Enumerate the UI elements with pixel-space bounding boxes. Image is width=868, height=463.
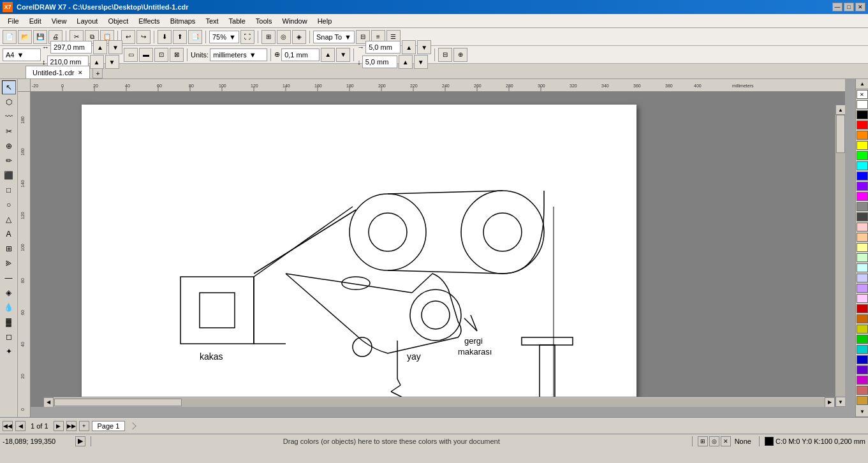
color-swatch-26[interactable] (857, 365, 868, 374)
page-width-input[interactable]: 297,0 mm (50, 41, 92, 54)
fill-tool-btn[interactable]: ▓ (2, 315, 16, 329)
dup-x-up-btn[interactable]: ▲ (402, 40, 416, 54)
color-swatch-17[interactable] (857, 274, 868, 283)
snap-settings-btn[interactable]: ⊟ (438, 48, 452, 62)
next-page-btn[interactable]: ▶ (54, 421, 64, 431)
drawing-canvas[interactable]: kakas yay (31, 92, 845, 407)
color-swatch-27[interactable] (857, 376, 868, 385)
color-swatch-10[interactable] (857, 202, 868, 211)
dup-y-input[interactable]: 5,0 mm (362, 55, 397, 68)
color-swatch-19[interactable] (857, 294, 868, 303)
minimize-button[interactable]: — (832, 3, 842, 11)
connector-tool-btn[interactable]: — (2, 271, 16, 285)
table-tool-btn[interactable]: ⊞ (2, 242, 16, 256)
color-swatch-24[interactable] (857, 345, 868, 354)
color-swatch-23[interactable] (857, 335, 868, 344)
tab-untitled1[interactable]: Untitled-1.cdr ✕ (26, 66, 90, 78)
outline-tool-btn[interactable]: ◻ (2, 330, 16, 344)
first-page-btn[interactable]: ◀◀ (3, 421, 13, 431)
dup-x-input[interactable]: 5,0 mm (365, 41, 401, 54)
view-options3[interactable]: ◈ (292, 30, 306, 44)
scroll-right-btn[interactable]: ▶ (825, 397, 835, 408)
view-options1[interactable]: ⊞ (261, 30, 276, 44)
dimension-tool-btn[interactable]: ⫸ (2, 256, 16, 270)
color-swatch-7[interactable] (857, 172, 868, 180)
color-swatch-12[interactable] (857, 223, 868, 231)
scroll-up-btn[interactable]: ▲ (835, 105, 845, 115)
select-tool-btn[interactable]: ↖ (2, 80, 16, 94)
status-icon1[interactable]: ⊞ (698, 436, 708, 446)
new-button[interactable]: 📄 (3, 30, 17, 44)
shape-tool-btn[interactable]: ⬡ (2, 95, 16, 109)
close-button[interactable]: ✕ (855, 3, 865, 11)
last-page-btn[interactable]: ▶▶ (66, 421, 77, 431)
view-options2[interactable]: ◎ (277, 30, 291, 44)
portrait-btn[interactable]: ▭ (124, 48, 138, 62)
record-btn[interactable]: ▶ (75, 436, 85, 446)
snap-to-dropdown[interactable]: Snap To ▼ (313, 31, 355, 43)
menu-view[interactable]: View (47, 16, 72, 26)
scroll-track-vertical[interactable] (835, 115, 845, 397)
color-swatch-11[interactable] (857, 212, 868, 221)
color-swatch-29[interactable] (857, 396, 868, 405)
export-button[interactable]: ⬆ (173, 30, 187, 44)
right-scrollbar[interactable]: ▲ ▼ (835, 105, 845, 407)
zoom-dropdown[interactable]: 75% ▼ (209, 31, 239, 43)
menu-tools[interactable]: Tools (251, 16, 277, 26)
menu-edit[interactable]: Edit (24, 16, 47, 26)
status-icon2[interactable]: ◎ (709, 436, 719, 446)
color-swatch-8[interactable] (857, 182, 868, 191)
color-swatch-25[interactable] (857, 355, 868, 364)
text-tool-btn[interactable]: A (2, 227, 16, 241)
color-swatch-16[interactable] (857, 263, 868, 272)
nudge-dn-btn[interactable]: ▼ (336, 48, 350, 62)
menu-help[interactable]: Help (313, 16, 337, 26)
canvas-area[interactable]: -20 0 20 40 60 80 100 120 140 160 180 20… (18, 79, 855, 417)
scroll-down-btn[interactable]: ▼ (835, 397, 845, 407)
smear-tool-btn[interactable]: 〰 (2, 110, 16, 124)
menu-table[interactable]: Table (224, 16, 251, 26)
menu-file[interactable]: File (3, 16, 24, 26)
ellipse-tool-btn[interactable]: ○ (2, 198, 16, 212)
scroll-thumb-horizontal[interactable] (54, 399, 182, 406)
dup-y-dn-btn[interactable]: ▼ (414, 55, 428, 69)
menu-object[interactable]: Object (103, 16, 133, 26)
smart-drawing-btn[interactable]: ✦ (2, 344, 16, 358)
width-up-btn[interactable]: ▲ (93, 40, 107, 54)
prev-page-btn[interactable]: ◀ (15, 421, 26, 431)
freehand-tool-btn[interactable]: ✏ (2, 154, 16, 168)
menu-bitmaps[interactable]: Bitmaps (165, 16, 201, 26)
color-swatch-3[interactable] (857, 131, 868, 140)
dup-x-dn-btn[interactable]: ▼ (417, 40, 431, 54)
color-swatch-14[interactable] (857, 243, 868, 252)
color-swatch-15[interactable] (857, 253, 868, 262)
add-page-nav-btn[interactable]: + (79, 421, 89, 431)
height-dn-btn[interactable]: ▼ (105, 55, 119, 69)
menu-layout[interactable]: Layout (71, 16, 103, 26)
smart-fill-btn[interactable]: ⬛ (2, 168, 16, 182)
color-swatch-22[interactable] (857, 325, 868, 334)
color-swatch-1[interactable] (857, 110, 868, 119)
color-swatch-9[interactable] (857, 192, 868, 201)
color-swatch-0[interactable] (857, 100, 868, 109)
color-swatch-21[interactable] (857, 314, 868, 323)
page-border-btn[interactable]: ⊡ (154, 48, 168, 62)
scroll-thumb-vertical[interactable] (836, 115, 845, 153)
color-swatch-13[interactable] (857, 233, 868, 242)
undo-button[interactable]: ↩ (121, 30, 135, 44)
color-swatch-4[interactable] (857, 141, 868, 150)
bottom-scrollbar[interactable]: ◀ ▶ (43, 397, 835, 407)
color-swatch-18[interactable] (857, 284, 868, 293)
zoom-tool-btn[interactable]: ⊕ (2, 139, 16, 153)
dup-y-up-btn[interactable]: ▲ (399, 55, 413, 69)
bleed-btn[interactable]: ⊠ (170, 48, 184, 62)
no-color-swatch[interactable]: ✕ (857, 90, 868, 99)
publish-button[interactable]: 📑 (188, 30, 202, 44)
full-screen-button[interactable]: ⛶ (240, 30, 254, 44)
color-swatch-28[interactable] (857, 386, 868, 395)
page-size-dropdown[interactable]: A4 ▼ (3, 48, 41, 61)
tab-add-btn[interactable]: + (92, 68, 103, 78)
color-swatch-20[interactable] (857, 304, 868, 313)
redo-button[interactable]: ↪ (136, 30, 151, 44)
scroll-track-horizontal[interactable] (54, 398, 825, 407)
